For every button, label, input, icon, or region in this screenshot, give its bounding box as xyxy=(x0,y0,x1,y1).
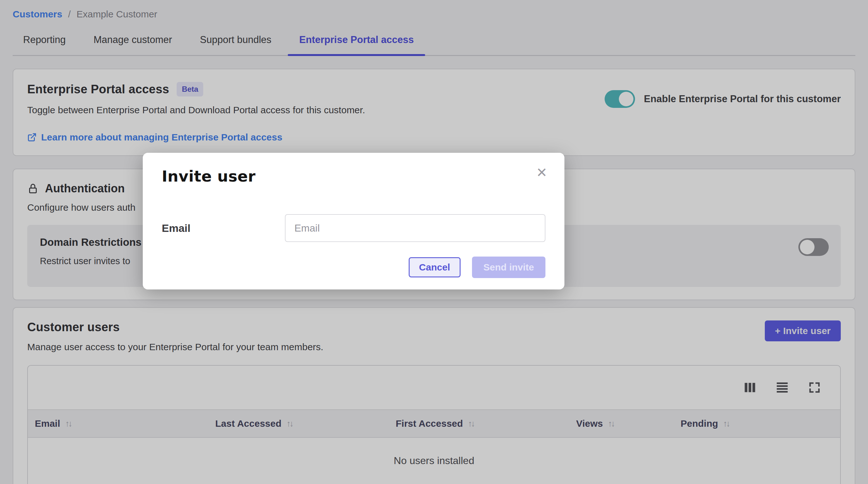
modal-title: Invite user xyxy=(162,167,546,185)
invite-user-modal: Invite user ✕ Email Cancel Send invite xyxy=(143,153,564,289)
close-icon[interactable]: ✕ xyxy=(536,166,547,180)
email-field[interactable] xyxy=(285,214,546,242)
send-invite-button[interactable]: Send invite xyxy=(472,257,546,278)
cancel-button[interactable]: Cancel xyxy=(409,257,461,278)
email-label: Email xyxy=(162,222,285,234)
